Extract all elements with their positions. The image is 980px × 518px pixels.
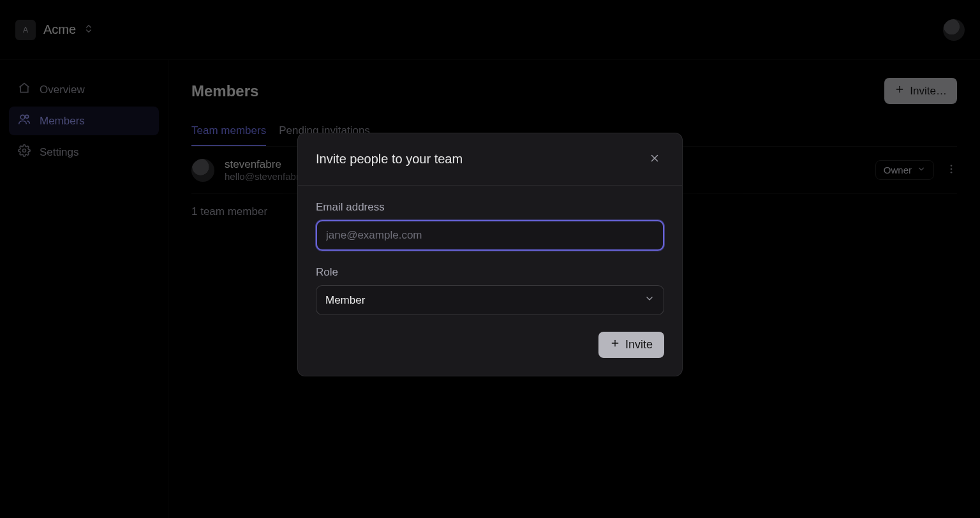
- plus-icon: [610, 338, 620, 352]
- modal-overlay[interactable]: Invite people to your team Email address…: [0, 0, 980, 518]
- modal-body: Email address Role Member Invite: [298, 186, 682, 376]
- chevron-down-icon: [644, 293, 655, 307]
- role-label: Role: [316, 266, 664, 279]
- email-label: Email address: [316, 201, 664, 214]
- invite-submit-label: Invite: [625, 338, 653, 352]
- role-select[interactable]: Member: [316, 285, 664, 315]
- role-select-value: Member: [325, 294, 365, 307]
- close-icon: [649, 156, 660, 166]
- invite-modal: Invite people to your team Email address…: [297, 133, 683, 376]
- modal-header: Invite people to your team: [298, 133, 682, 186]
- email-input[interactable]: [316, 220, 664, 251]
- close-button[interactable]: [645, 149, 664, 170]
- modal-footer: Invite: [316, 315, 664, 358]
- invite-submit-button[interactable]: Invite: [598, 332, 664, 358]
- modal-title: Invite people to your team: [316, 152, 463, 166]
